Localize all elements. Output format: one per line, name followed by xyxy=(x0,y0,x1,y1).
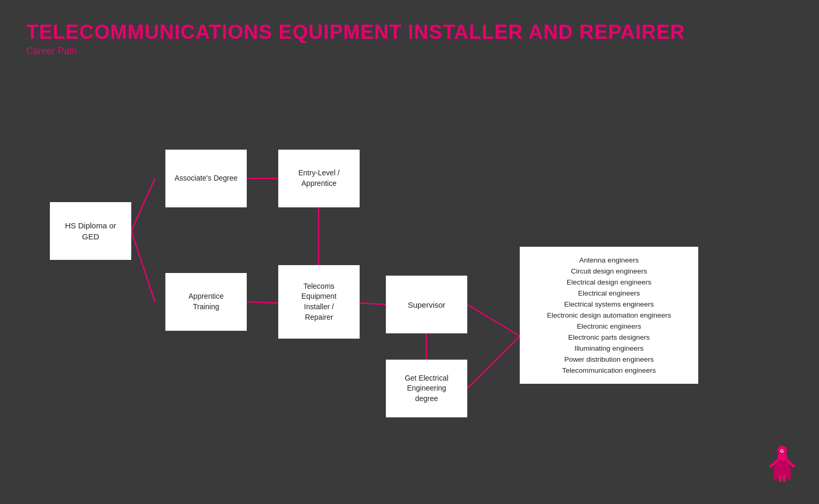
node-get-degree: Get ElectricalEngineeringdegree xyxy=(386,360,467,417)
career-illuminating: Illuminating engineers xyxy=(533,344,685,352)
page-title: TELECOMMUNICATIONS EQUIPMENT INSTALLER A… xyxy=(26,21,793,44)
page-subtitle: Career Path xyxy=(26,46,793,57)
career-circuit-design: Circuit design engineers xyxy=(533,267,685,275)
careers-list-box: Antenna engineers Circuit design enginee… xyxy=(520,247,698,384)
svg-line-8 xyxy=(467,336,520,388)
career-electrical-design: Electrical design engineers xyxy=(533,278,685,286)
node-apprentice-training: ApprenticeTraining xyxy=(165,273,247,331)
career-power-distribution: Power distribution engineers xyxy=(533,355,685,363)
career-electronic-parts: Electronic parts designers xyxy=(533,333,685,341)
career-diagram: HS Diploma orGED Associate's Degree Appr… xyxy=(0,68,819,499)
career-electronic-engineers: Electronic engineers xyxy=(533,322,685,330)
node-telecoms-equipment: TelecomsEquipmentInstaller /Repairer xyxy=(278,265,360,339)
node-supervisor: Supervisor xyxy=(386,276,467,333)
career-electrical-systems: Electrical systems engineers xyxy=(533,300,685,308)
career-eda-engineers: Electronic design automation engineers xyxy=(533,311,685,319)
svg-rect-11 xyxy=(779,475,782,482)
svg-line-0 xyxy=(131,178,155,231)
header: TELECOMMUNICATIONS EQUIPMENT INSTALLER A… xyxy=(0,0,819,59)
svg-line-1 xyxy=(131,231,155,302)
career-antenna-engineers: Antenna engineers xyxy=(533,256,685,264)
svg-text:G: G xyxy=(780,448,784,454)
svg-line-5 xyxy=(360,303,386,304)
svg-line-3 xyxy=(247,302,278,303)
career-electrical-engineers: Electrical engineers xyxy=(533,289,685,297)
logo-area: G xyxy=(766,444,798,488)
node-entry-level: Entry-Level /Apprentice xyxy=(278,150,360,207)
node-associates-degree: Associate's Degree xyxy=(165,150,247,207)
svg-line-7 xyxy=(467,304,520,336)
svg-rect-12 xyxy=(783,475,786,482)
logo-icon: G xyxy=(766,444,798,486)
node-hs-diploma: HS Diploma orGED xyxy=(50,202,131,260)
career-telecommunication: Telecommunication engineers xyxy=(533,366,685,374)
